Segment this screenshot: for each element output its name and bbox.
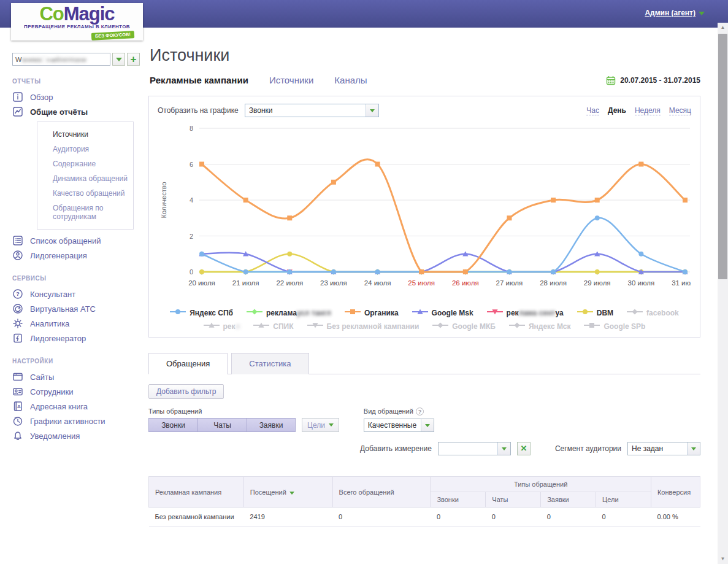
main-content: Источники Рекламные кампанииИсточникиКан… bbox=[147, 28, 718, 527]
date-range-picker[interactable]: 20.07.2015 - 31.07.2015 bbox=[606, 75, 700, 85]
svg-text:0: 0 bbox=[190, 268, 193, 276]
granularity-active[interactable]: День bbox=[608, 106, 626, 115]
sidebar-item-label: Уведомления bbox=[30, 431, 80, 441]
comagic-logo[interactable]: CoMagic ПРЕВРАЩЕНИЕ РЕКЛАМЫ В КЛИЕНТОВ Б… bbox=[11, 3, 143, 41]
add-filter-button[interactable]: Добавить фильтр bbox=[148, 384, 224, 399]
user-menu[interactable]: Админ (агент) bbox=[645, 9, 705, 17]
sidebar-item-label: Сотрудники bbox=[30, 387, 73, 396]
sidebar-item-addressbook[interactable]: AАдресная книга bbox=[0, 399, 147, 414]
sidebar-item-chart[interactable]: Общие отчёты bbox=[0, 104, 147, 119]
scroll-down-icon[interactable]: ▼ bbox=[718, 554, 728, 564]
segment-select-value: Не задан bbox=[628, 444, 687, 453]
type-button[interactable]: Чаты bbox=[197, 418, 247, 432]
campaigns-table: Рекламная кампания Посещений Всего обращ… bbox=[148, 476, 700, 527]
sort-desc-icon bbox=[289, 492, 294, 495]
sidebar-subitem[interactable]: Динамика обращений bbox=[37, 171, 133, 186]
col-type: Заявки bbox=[541, 492, 596, 508]
chevron-down-icon bbox=[699, 12, 705, 15]
legend-label: Без рекламной кампании bbox=[327, 322, 420, 331]
site-selector-value[interactable]: Wанимаானlinermaни bbox=[12, 53, 110, 66]
sidebar-subitem[interactable]: Обращения по сотрудникам bbox=[37, 201, 133, 224]
bottom-tab[interactable]: Статистика bbox=[231, 353, 308, 374]
sidebar-item-gear[interactable]: Аналитика bbox=[0, 316, 147, 331]
table-row[interactable]: Без рекламной кампании2419000000.00 % bbox=[149, 508, 700, 527]
sidebar-item-consultant[interactable]: ?Консультант bbox=[0, 287, 147, 301]
legend-item[interactable]: facebook bbox=[627, 308, 679, 317]
kind-select[interactable]: Качественные bbox=[364, 419, 434, 432]
sidebar-item-leadgen[interactable]: Лидогенерация bbox=[0, 248, 147, 263]
sidebar-item-activity[interactable]: Графики активности bbox=[0, 414, 147, 428]
legend-marker-icon bbox=[204, 322, 220, 331]
site-selector-dropdown[interactable] bbox=[112, 53, 125, 66]
sidebar-item-bell[interactable]: Уведомления bbox=[0, 428, 147, 443]
legend-label: рекламаусл тангл bbox=[266, 309, 331, 317]
legend-item[interactable]: СПИК bbox=[253, 322, 293, 331]
clear-dimension-button[interactable]: ✕ bbox=[517, 442, 531, 455]
legend-item[interactable]: Google SPb bbox=[584, 322, 645, 331]
legend-item[interactable]: рекл bbox=[204, 322, 240, 331]
sidebar-item-info[interactable]: Обзор bbox=[0, 90, 147, 104]
report-tab[interactable]: Рекламные кампании bbox=[150, 75, 248, 85]
granularity-link[interactable]: Неделя bbox=[635, 106, 661, 115]
sidebar-section-title: ОТЧЕТЫ bbox=[12, 78, 147, 85]
sidebar-subitem[interactable]: Аудитория bbox=[37, 142, 133, 156]
add-site-button[interactable]: + bbox=[127, 53, 140, 66]
scroll-up-icon[interactable]: ▲ bbox=[718, 23, 728, 33]
goals-filter-button[interactable]: Цели bbox=[302, 418, 339, 432]
metric-select[interactable]: Звонки bbox=[245, 104, 379, 117]
legend-item[interactable]: рекламаусл тангл bbox=[247, 308, 331, 317]
legend-item[interactable]: Яндекс Мск bbox=[509, 322, 571, 331]
help-icon[interactable]: ? bbox=[416, 408, 424, 415]
sidebar-item-label: Список обращений bbox=[30, 236, 101, 245]
legend-item[interactable]: DBM bbox=[577, 308, 613, 317]
legend-label: Яндекс СПб bbox=[190, 309, 233, 317]
report-tab[interactable]: Источники bbox=[269, 75, 313, 85]
legend-item[interactable]: реклама сентуа bbox=[487, 308, 564, 317]
col-types-group: Типы обращений bbox=[431, 477, 651, 492]
site-selector: Wанимаானlinermaни + bbox=[12, 53, 147, 66]
scrollbar[interactable]: ▲ ▼ bbox=[718, 23, 728, 564]
legend-item[interactable]: Без рекламной кампании bbox=[307, 322, 420, 331]
sidebar-item-list[interactable]: Список обращений bbox=[0, 233, 147, 248]
type-button[interactable]: Заявки bbox=[247, 418, 296, 432]
sidebar: Wанимаானlinermaни + ОТЧЕТЫОбзорОбщие отч… bbox=[0, 41, 147, 443]
sidebar-item-label: Виртуальная АТС bbox=[30, 304, 96, 314]
sidebar-subitem[interactable]: Качество обращений bbox=[37, 186, 133, 201]
sidebar-subitem[interactable]: Источники bbox=[37, 127, 133, 142]
scrollbar-thumb[interactable] bbox=[718, 34, 727, 279]
metric-select-dropdown[interactable] bbox=[366, 104, 378, 117]
sidebar-item-employees[interactable]: Сотрудники bbox=[0, 384, 147, 399]
bottom-tab[interactable]: Обращения bbox=[148, 353, 228, 374]
legend-marker-icon bbox=[432, 322, 448, 331]
svg-text:Количество: Количество bbox=[160, 182, 167, 218]
legend-item[interactable]: Google Msk bbox=[412, 308, 473, 317]
segment-select-dropdown[interactable] bbox=[687, 442, 700, 455]
col-visits[interactable]: Посещений bbox=[243, 477, 332, 508]
sidebar-subitem[interactable]: Содержание bbox=[37, 156, 133, 171]
sidebar-item-label: Аналитика bbox=[30, 319, 69, 328]
segment-select[interactable]: Не задан bbox=[627, 442, 700, 455]
legend-item[interactable]: Google МКБ bbox=[432, 322, 496, 331]
sidebar-section-title: НАСТРОЙКИ bbox=[12, 358, 147, 365]
sidebar-item-label: Лидогенерация bbox=[30, 251, 87, 260]
col-type: Чаты bbox=[486, 492, 541, 508]
granularity-link[interactable]: Час bbox=[586, 106, 599, 115]
consultant-icon: ? bbox=[12, 288, 23, 299]
sidebar-item-label: Консультант bbox=[30, 290, 75, 299]
sidebar-item-sites[interactable]: Сайты bbox=[0, 369, 147, 384]
chevron-down-icon bbox=[425, 424, 430, 427]
sidebar-item-phone[interactable]: Виртуальная АТС bbox=[0, 301, 147, 316]
type-button[interactable]: Звонки bbox=[148, 418, 197, 432]
dimension-select-dropdown[interactable] bbox=[497, 442, 510, 455]
legend-item[interactable]: Органика bbox=[345, 308, 399, 317]
sidebar-submenu: ИсточникиАудиторияСодержаниеДинамика обр… bbox=[37, 122, 134, 230]
legend-marker-icon bbox=[627, 308, 643, 317]
legend-item[interactable]: Яндекс СПб bbox=[170, 308, 233, 317]
report-tab[interactable]: Каналы bbox=[334, 75, 367, 85]
list-icon bbox=[12, 235, 23, 246]
dimension-select[interactable] bbox=[438, 442, 511, 455]
sidebar-item-generator[interactable]: Лидогенератор bbox=[0, 331, 147, 346]
kind-select-dropdown[interactable] bbox=[421, 419, 434, 431]
activity-icon bbox=[12, 415, 23, 427]
granularity-link[interactable]: Месяц bbox=[669, 106, 691, 115]
